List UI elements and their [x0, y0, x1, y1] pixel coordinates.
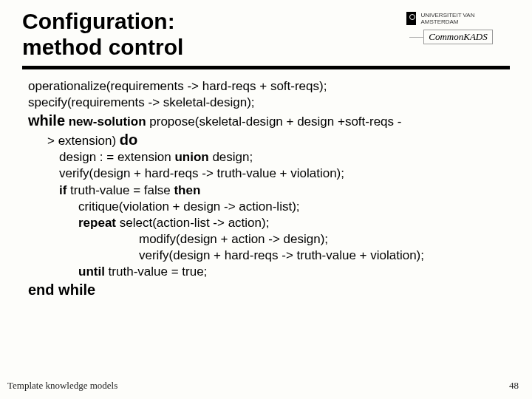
code-text: truth-value = true; [105, 265, 207, 279]
code-line: modify(design + action -> design); [28, 231, 504, 248]
slide-title: Configuration: method control [22, 9, 406, 60]
title-line-1: Configuration: [22, 9, 175, 33]
uva-logo: UNIVERSITEIT VAN AMSTERDAM [406, 12, 510, 25]
code-line: design : = extension union design; [28, 149, 504, 166]
code-line: while new-solution propose(skeletal-desi… [28, 111, 504, 130]
title-line-2: method control [22, 35, 183, 59]
code-line: verify(design + hard-reqs -> truth-value… [28, 166, 504, 182]
code-text: design; [209, 150, 253, 164]
code-line: verify(design + hard-reqs -> truth-value… [28, 248, 504, 264]
keyword-do: do [120, 132, 137, 148]
code-line: until truth-value = true; [28, 264, 504, 280]
code-text: verify(design + hard-reqs -> truth-value… [139, 248, 424, 262]
code-line: if truth-value = false then [28, 183, 504, 199]
footer-text: Template knowledge models [7, 380, 117, 392]
header: Configuration: method control UNIVERSITE… [0, 0, 532, 60]
footer: Template knowledge models 48 [0, 380, 532, 392]
code-line: specify(requirements -> skeletal-design)… [28, 95, 504, 111]
commonkads-logo: CommonKADS [423, 30, 492, 44]
code-line: operationalize(requirements -> hard-reqs… [28, 78, 504, 95]
code-text: critique(violation + design -> action-li… [78, 200, 300, 214]
code-text: new-solution [65, 115, 149, 129]
keyword-if: if [59, 183, 66, 197]
commonkads-logo-text: CommonKADS [429, 31, 487, 42]
keyword-end-while: end while [28, 282, 95, 298]
code-text: operationalize(requirements -> hard-reqs… [28, 79, 327, 93]
code-line: > extension) do [28, 130, 504, 149]
keyword-while: while [28, 112, 65, 129]
logo-area: UNIVERSITEIT VAN AMSTERDAM CommonKADS [406, 12, 510, 44]
keyword-union: union [174, 150, 208, 164]
uva-crest-icon [406, 12, 416, 25]
page-number: 48 [509, 380, 519, 392]
code-text: truth-value = false [66, 183, 174, 197]
code-text: design : = extension [59, 150, 174, 164]
code-text: modify(design + action -> design); [139, 232, 328, 246]
uva-logo-text: UNIVERSITEIT VAN AMSTERDAM [420, 12, 510, 25]
code-line: critique(violation + design -> action-li… [28, 199, 504, 215]
pseudocode-block: operationalize(requirements -> hard-reqs… [0, 69, 532, 299]
code-text: verify(design + hard-reqs -> truth-value… [59, 166, 344, 180]
code-line: repeat select(action-list -> action); [28, 215, 504, 231]
code-text: propose(skeletal-design + design +soft-r… [149, 115, 401, 129]
slide: Configuration: method control UNIVERSITE… [0, 0, 532, 399]
keyword-then: then [174, 183, 200, 197]
code-text: > extension) [47, 134, 120, 148]
keyword-repeat: repeat [78, 216, 116, 230]
code-text: specify(requirements -> skeletal-design)… [28, 95, 255, 109]
code-line: end while [28, 280, 504, 299]
code-text: select(action-list -> action); [116, 216, 269, 230]
keyword-until: until [78, 265, 105, 279]
